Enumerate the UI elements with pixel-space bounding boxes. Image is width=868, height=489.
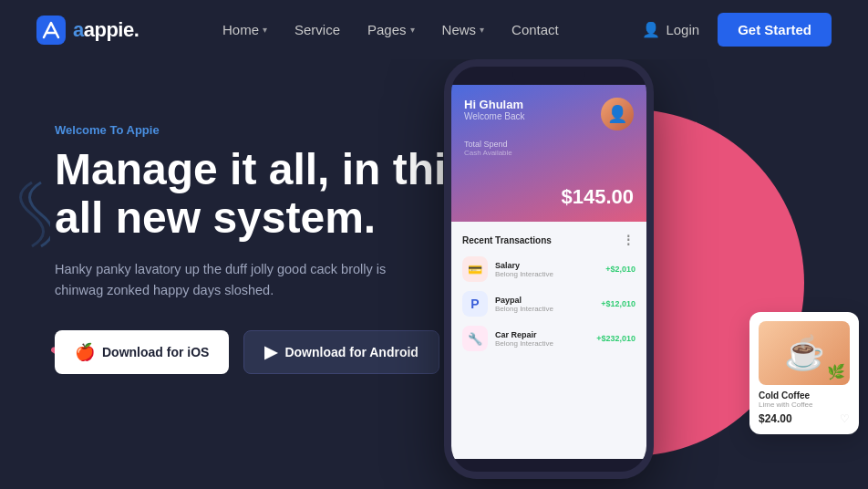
tx-amount: +$2,010 bbox=[605, 265, 636, 274]
hero-section: ❤ Welcome To Appie Manage it all, in thi… bbox=[0, 59, 868, 489]
tx-amount: +$232,010 bbox=[596, 334, 636, 343]
tx-sub: Belong Interactive bbox=[495, 305, 601, 313]
tx-sub: Belong Interactive bbox=[495, 339, 596, 348]
apple-icon: 🍎 bbox=[75, 342, 95, 362]
navbar: aappie. Home ▾ Service Pages ▾ News ▾ bbox=[0, 0, 868, 59]
leaf-icon: 🌿 bbox=[827, 363, 845, 380]
login-link[interactable]: 👤 Login bbox=[642, 21, 699, 38]
transactions-header: Recent Transactions ⋮ bbox=[462, 233, 636, 247]
android-icon: ▶ bbox=[264, 342, 277, 362]
nav-item-home[interactable]: Home ▾ bbox=[222, 22, 267, 37]
chevron-down-icon: ▾ bbox=[410, 25, 415, 35]
tx-amount: +$12,010 bbox=[601, 299, 636, 308]
hero-title: Manage it all, in this all new system. bbox=[55, 146, 474, 243]
phone-body: Recent Transactions ⋮ 💳 Salary Belong In… bbox=[451, 222, 646, 459]
transaction-icon: 🔧 bbox=[462, 326, 488, 351]
card-subtitle: Lime with Coffee bbox=[759, 401, 850, 409]
wave-decoration bbox=[14, 178, 50, 251]
product-card: ☕ 🌿 Cold Coffee Lime with Coffee $24.00 … bbox=[749, 312, 859, 434]
phone-notch bbox=[512, 67, 585, 85]
hero-illustration: Hi Ghulam Welcome Back Total Spend Cash … bbox=[394, 59, 868, 480]
card-image: ☕ 🌿 bbox=[759, 321, 850, 385]
nav-actions: 👤 Login Get Started bbox=[642, 13, 832, 47]
tx-name: Salary bbox=[495, 261, 605, 270]
tx-name: Car Repair bbox=[495, 330, 596, 339]
cta-buttons: 🍎 Download for iOS ▶ Download for Androi… bbox=[55, 330, 474, 374]
nav-item-contact[interactable]: Contact bbox=[512, 22, 559, 37]
phone-spend-sub: Cash Available bbox=[464, 149, 634, 157]
card-title: Cold Coffee bbox=[759, 390, 850, 401]
download-ios-button[interactable]: 🍎 Download for iOS bbox=[55, 330, 229, 374]
nav-item-news[interactable]: News ▾ bbox=[442, 22, 485, 37]
tx-name: Paypal bbox=[495, 296, 601, 305]
chevron-down-icon: ▾ bbox=[263, 25, 267, 35]
phone-mockup: Hi Ghulam Welcome Back Total Spend Cash … bbox=[444, 59, 654, 479]
brand-name: aappie. bbox=[73, 18, 139, 42]
download-android-button[interactable]: ▶ Download for Android bbox=[243, 330, 439, 374]
logo[interactable]: aappie. bbox=[36, 16, 139, 45]
card-price: $24.00 bbox=[759, 412, 792, 425]
transaction-icon: 💳 bbox=[462, 256, 488, 282]
nav-item-pages[interactable]: Pages ▾ bbox=[367, 22, 415, 37]
nav-links: Home ▾ Service Pages ▾ News ▾ Contact bbox=[222, 22, 559, 37]
phone-screen: Hi Ghulam Welcome Back Total Spend Cash … bbox=[451, 85, 646, 222]
nav-item-service[interactable]: Service bbox=[294, 22, 340, 37]
coffee-icon: ☕ bbox=[784, 334, 825, 372]
tx-sub: Belong Interactive bbox=[495, 270, 605, 278]
favorite-icon[interactable]: ♡ bbox=[840, 412, 850, 425]
get-started-button[interactable]: Get Started bbox=[718, 13, 832, 47]
phone-amount: $145.00 bbox=[561, 185, 634, 209]
svg-rect-0 bbox=[36, 16, 66, 45]
user-icon: 👤 bbox=[642, 21, 660, 38]
logo-icon bbox=[36, 16, 66, 45]
hero-description: Hanky panky lavatory up the duff jolly g… bbox=[55, 259, 401, 301]
transaction-icon: P bbox=[462, 291, 488, 317]
hero-badge: Welcome To Appie bbox=[55, 123, 474, 137]
table-row: 💳 Salary Belong Interactive +$2,010 bbox=[462, 256, 636, 282]
more-options-icon: ⋮ bbox=[622, 233, 636, 247]
table-row: P Paypal Belong Interactive +$12,010 bbox=[462, 291, 636, 317]
hero-content: Welcome To Appie Manage it all, in this … bbox=[55, 87, 474, 374]
avatar: 👤 bbox=[601, 98, 634, 130]
phone-spend-label: Total Spend bbox=[464, 140, 634, 149]
table-row: 🔧 Car Repair Belong Interactive +$232,01… bbox=[462, 326, 636, 351]
chevron-down-icon: ▾ bbox=[480, 25, 484, 35]
